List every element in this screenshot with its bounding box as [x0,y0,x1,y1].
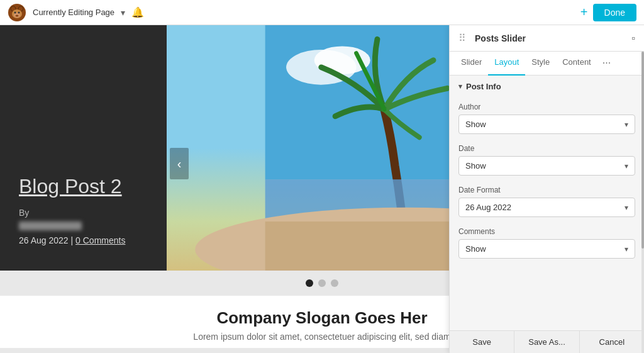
save-button[interactable]: Save [450,331,514,353]
author-chevron-icon: ▾ [625,120,628,129]
panel-footer: Save Save As... Cancel [450,330,644,353]
drag-handle-icon[interactable]: ⠿ [458,32,466,44]
brand-logo-icon [8,3,26,22]
tab-content[interactable]: Content [556,52,597,76]
slider-dot-1[interactable] [306,279,313,287]
minimize-panel-icon[interactable]: ▫ [631,33,635,44]
date-format-chevron-icon: ▾ [625,203,628,212]
date-format-label: Date Format [458,186,635,194]
notification-bell-icon[interactable]: 🔔 [131,6,144,18]
save-as-button[interactable]: Save As... [514,331,579,353]
panel-scrollbar [641,52,644,353]
panel-scrollbar-thumb[interactable] [641,52,644,249]
date-value: Show [465,161,486,171]
topbar: Currently Editing Page ▾ 🔔 + Done [0,0,644,25]
topbar-left: Currently Editing Page ▾ 🔔 [8,3,144,22]
author-value: Show [465,120,486,129]
comments-chevron-icon: ▾ [625,245,628,254]
section-expand-icon: ▾ [458,82,462,91]
cancel-button[interactable]: Cancel [580,331,644,353]
panel-header: ⠿ Posts Slider ▫ [450,25,644,52]
tab-slider[interactable]: Slider [455,52,488,76]
date-field-group: Date Show ▾ [450,139,644,181]
blog-comments-link[interactable]: 0 Comments [75,235,125,245]
topbar-right: + Done [580,4,636,21]
blog-title: Blog Post 2 [19,176,148,198]
comments-label: Comments [458,227,635,236]
chevron-down-icon[interactable]: ▾ [121,8,125,18]
date-format-field-group: Date Format 26 Aug 2022 ▾ [450,181,644,222]
settings-panel: ⠿ Posts Slider ▫ Slider Layout Style Con… [449,25,644,353]
panel-tabs: Slider Layout Style Content ··· [450,52,644,76]
svg-point-6 [18,11,20,13]
done-button[interactable]: Done [593,4,636,21]
comments-field-group: Comments Show ▾ [450,222,644,264]
date-format-value: 26 Aug 2022 [465,203,511,212]
comments-select[interactable]: Show ▾ [458,239,635,259]
svg-point-5 [14,11,16,13]
post-info-section-header[interactable]: ▾ Post Info [450,76,644,98]
tab-more[interactable]: ··· [597,52,616,76]
date-select[interactable]: Show ▾ [458,156,635,176]
svg-point-7 [16,14,19,16]
add-button[interactable]: + [580,5,588,20]
tab-layout[interactable]: Layout [488,52,525,76]
date-chevron-icon: ▾ [625,162,628,171]
date-label: Date [458,144,635,153]
post-info-label: Post Info [466,82,501,91]
main-area: Blog Post 2 By 26 Aug 2022 | 0 Comments [0,25,644,353]
topbar-title: Currently Editing Page [33,8,114,17]
blog-author-blurred [19,221,82,230]
tab-style[interactable]: Style [525,52,556,76]
author-field-group: Author Show ▾ [450,98,644,139]
slider-dot-2[interactable] [318,279,326,287]
slider-prev-arrow[interactable]: ‹ [170,148,189,179]
slider-left-panel: Blog Post 2 By 26 Aug 2022 | 0 Comments [0,25,167,271]
panel-body: ▾ Post Info Author Show ▾ Date Show ▾ [450,76,644,330]
slider-dot-3[interactable] [331,279,338,287]
blog-by-label: By [19,208,148,218]
author-select[interactable]: Show ▾ [458,115,635,134]
blog-meta: 26 Aug 2022 | 0 Comments [19,235,148,245]
date-format-select[interactable]: 26 Aug 2022 ▾ [458,198,635,217]
blog-date: 26 Aug 2022 | [19,235,73,245]
panel-title: Posts Slider [475,33,526,43]
author-label: Author [458,103,635,111]
comments-value: Show [465,244,486,254]
